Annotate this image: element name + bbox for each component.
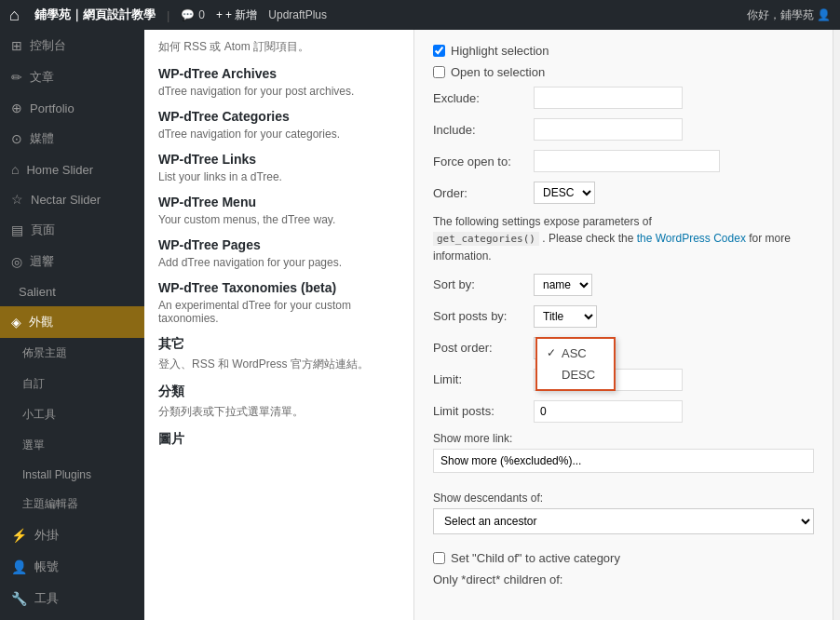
sidebar-item-media[interactable]: ⊙ 媒體 <box>0 123 144 155</box>
sort-by-row: Sort by: name id count <box>433 274 814 296</box>
force-open-label: Force open to: <box>433 155 526 168</box>
sidebar-item-pages[interactable]: ▤ 頁面 <box>0 214 144 246</box>
widget-title-categories2[interactable]: 分類 <box>158 384 400 400</box>
site-name[interactable]: 鋪學苑｜網頁設計教學 <box>34 7 156 23</box>
sidebar-item-users[interactable]: 👤 帳號 <box>0 551 144 583</box>
sidebar-item-label: 選單 <box>22 438 45 453</box>
sidebar-item-salient[interactable]: Salient <box>0 277 144 306</box>
sidebar-item-label: Install Plugins <box>22 468 91 481</box>
widget-desc-archives: dTree navigation for your post archives. <box>158 85 400 98</box>
comments-link[interactable]: 💬 0 <box>181 8 205 21</box>
sidebar-item-label: 迴響 <box>30 253 54 270</box>
main-content: 如何 RSS 或 Atom 訂閱項目。 WP-dTree Archives dT… <box>144 30 840 620</box>
dropdown-item-asc[interactable]: ✓ ASC <box>537 343 614 364</box>
sidebar-item-label: Home Slider <box>26 163 93 177</box>
limit-posts-row: Limit posts: <box>433 400 814 423</box>
sidebar-item-theme-editor[interactable]: 主題編輯器 <box>0 489 144 519</box>
include-label: Include: <box>433 123 526 137</box>
main-layout: ⊞ 控制台 ✏ 文章 ⊕ Portfolio ⊙ 媒體 ⌂ Home Slide… <box>0 30 840 620</box>
show-more-input[interactable] <box>433 449 814 473</box>
sort-by-select[interactable]: name id count <box>534 274 592 296</box>
wordpress-codex-link[interactable]: the WordPress Codex <box>637 232 746 245</box>
sidebar-item-label: 帳號 <box>34 559 59 575</box>
order-select[interactable]: DESC ASC <box>534 182 595 204</box>
pages-icon: ▤ <box>11 222 23 237</box>
set-child-checkbox[interactable] <box>433 552 445 564</box>
comments-count: 0 <box>198 8 205 21</box>
sidebar-item-portfolio[interactable]: ⊕ Portfolio <box>0 93 144 123</box>
sidebar-item-label: Portfolio <box>30 101 75 115</box>
sidebar-item-appearance[interactable]: ◈ 外觀 <box>0 306 144 338</box>
widget-title-pages[interactable]: WP-dTree Pages <box>158 237 400 252</box>
comments-icon: 💬 <box>181 8 195 21</box>
include-input[interactable] <box>534 118 683 141</box>
widget-title-menu[interactable]: WP-dTree Menu <box>158 195 400 209</box>
exclude-label: Exclude: <box>433 91 526 105</box>
widget-title-images[interactable]: 圖片 <box>158 431 400 448</box>
sidebar-item-install-plugins[interactable]: Install Plugins <box>0 461 144 489</box>
sidebar-item-label: 控制台 <box>30 37 66 54</box>
limit-label: Limit: <box>433 372 526 386</box>
show-descendants-select[interactable]: Select an ancestor <box>433 508 814 534</box>
user-greeting[interactable]: 你好，鋪學苑 👤 <box>747 7 831 23</box>
sidebar-item-label: 外掛 <box>34 527 59 544</box>
show-descendants-label: Show descendants of: <box>433 492 814 505</box>
dropdown-item-desc[interactable]: ✓ DESC <box>537 364 614 385</box>
force-open-input[interactable] <box>534 150 720 172</box>
sidebar-item-home-slider[interactable]: ⌂ Home Slider <box>0 155 144 184</box>
info-text-2: . Please check the <box>542 232 633 245</box>
sidebar-item-menus[interactable]: 選單 <box>0 430 144 461</box>
sidebar-item-widgets[interactable]: 小工具 <box>0 399 144 430</box>
highlight-selection-checkbox[interactable] <box>433 45 445 57</box>
show-more-link-section: Show more link: <box>433 432 814 482</box>
limit-posts-input[interactable] <box>534 400 683 423</box>
sidebar-item-label: 小工具 <box>22 407 56 423</box>
order-row: Order: DESC ASC <box>433 182 814 204</box>
add-new-button[interactable]: + + 新增 <box>216 7 257 23</box>
sidebar-item-posts[interactable]: ✏ 文章 <box>0 61 144 93</box>
widget-desc-pages: Add dTree navigation for your pages. <box>158 256 400 269</box>
post-order-label: Post order: <box>433 341 526 355</box>
widget-title-categories[interactable]: WP-dTree Categories <box>158 109 400 124</box>
sidebar-item-settings[interactable]: ⊞ 設定 <box>0 614 144 620</box>
limit-posts-label: Limit posts: <box>433 404 526 418</box>
sidebar-item-label: Nectar Slider <box>31 193 101 207</box>
home-icon: ⌂ <box>11 162 19 177</box>
sidebar-item-plugins[interactable]: ⚡ 外掛 <box>0 519 144 551</box>
widget-desc-categories2: 分類列表或下拉式選單清單。 <box>158 404 400 420</box>
post-order-row: Post order: ASC DESC ✓ ASC ✓ DESC <box>433 337 814 359</box>
sort-posts-by-select[interactable]: Title Date Author <box>534 305 597 328</box>
updraftplus-link[interactable]: UpdraftPlus <box>268 8 327 21</box>
widget-title-taxonomies[interactable]: WP-dTree Taxonomies (beta) <box>158 280 400 295</box>
rss-note: 如何 RSS 或 Atom 訂閱項目。 <box>158 39 400 55</box>
sidebar-item-label: 自訂 <box>22 376 45 392</box>
widget-title-other[interactable]: 其它 <box>158 336 400 353</box>
post-order-dropdown[interactable]: ✓ ASC ✓ DESC <box>535 337 616 391</box>
exclude-input[interactable] <box>534 87 683 109</box>
plugins-icon: ⚡ <box>11 528 27 543</box>
highlight-selection-label[interactable]: Highlight selection <box>451 44 549 58</box>
dashboard-icon: ⊞ <box>11 38 22 53</box>
portfolio-icon: ⊕ <box>11 101 22 115</box>
dropdown-item-label: ASC <box>562 346 587 360</box>
scrollbar[interactable] <box>833 30 840 620</box>
set-child-label[interactable]: Set "Child of" to active category <box>451 551 620 565</box>
sidebar-item-customize[interactable]: 自訂 <box>0 369 144 399</box>
appearance-icon: ◈ <box>11 315 21 330</box>
dropdown-item-label: DESC <box>562 368 595 382</box>
widget-desc-taxonomies: An experimental dTree for your custom ta… <box>158 299 400 325</box>
sidebar-item-tools[interactable]: 🔧 工具 <box>0 583 144 614</box>
widget-title-archives[interactable]: WP-dTree Archives <box>158 66 400 81</box>
open-to-selection-label[interactable]: Open to selection <box>451 65 545 79</box>
wp-logo-icon: ⌂ <box>9 6 20 25</box>
open-to-selection-checkbox[interactable] <box>433 66 445 78</box>
sidebar-item-nectar-slider[interactable]: ☆ Nectar Slider <box>0 184 144 214</box>
sidebar-item-themes[interactable]: 佈景主題 <box>0 338 144 369</box>
info-section: The following settings expose parameters… <box>433 213 814 264</box>
media-icon: ⊙ <box>11 131 22 146</box>
sidebar-item-feedback[interactable]: ◎ 迴響 <box>0 246 144 277</box>
sidebar-item-dashboard[interactable]: ⊞ 控制台 <box>0 30 144 61</box>
check-icon: ✓ <box>547 346 556 359</box>
widget-title-links[interactable]: WP-dTree Links <box>158 152 400 167</box>
set-child-row: Set "Child of" to active category <box>433 551 814 565</box>
